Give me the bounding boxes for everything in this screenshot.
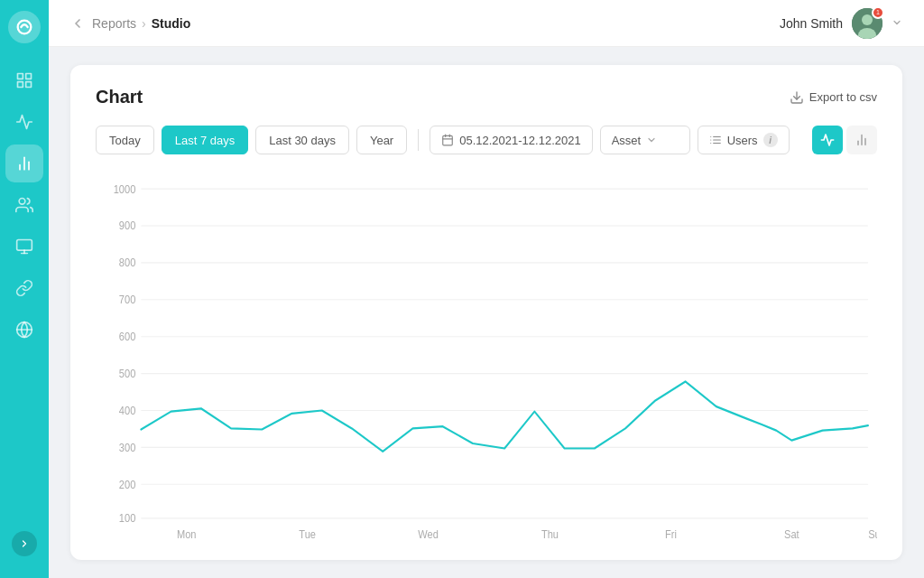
breadcrumb-separator: ›	[142, 16, 146, 31]
svg-point-15	[862, 14, 873, 25]
sidebar-item-reports[interactable]	[5, 144, 43, 182]
date-range-picker[interactable]: 05.12.2021-12.12.2021	[430, 126, 592, 154]
svg-rect-1	[18, 74, 23, 79]
chart-card: Chart Export to csv Today Last 7 days La…	[70, 65, 902, 560]
svg-text:500: 500	[119, 368, 136, 380]
svg-point-8	[19, 199, 25, 205]
svg-text:Thu: Thu	[541, 527, 559, 538]
svg-text:700: 700	[119, 294, 136, 306]
svg-rect-2	[26, 74, 32, 79]
back-button[interactable]	[70, 16, 85, 31]
breadcrumb: Reports › Studio	[92, 16, 190, 31]
breadcrumb-reports[interactable]: Reports	[92, 16, 136, 31]
breadcrumb-current: Studio	[152, 16, 191, 31]
filter-divider	[418, 129, 419, 151]
filter-last7[interactable]: Last 7 days	[162, 126, 249, 154]
svg-text:300: 300	[119, 441, 136, 453]
svg-point-0	[18, 21, 32, 34]
user-name: John Smith	[780, 16, 843, 31]
svg-text:Tue: Tue	[299, 527, 316, 538]
svg-rect-9	[17, 240, 32, 251]
date-range-value: 05.12.2021-12.12.2021	[459, 134, 580, 147]
sidebar-item-globe[interactable]	[5, 311, 43, 349]
content-area: Chart Export to csv Today Last 7 days La…	[49, 47, 924, 578]
sidebar-item-connections[interactable]	[5, 269, 43, 307]
notification-badge: 1	[872, 6, 884, 19]
main-area: Reports › Studio John Smith 1	[49, 0, 924, 578]
svg-text:Wed: Wed	[418, 527, 439, 538]
svg-text:200: 200	[119, 478, 136, 490]
app-logo	[8, 11, 41, 43]
users-info-icon[interactable]: i	[763, 133, 778, 147]
chart-type-buttons	[812, 126, 877, 154]
sidebar-expand-button[interactable]	[12, 531, 37, 556]
sidebar-item-analytics[interactable]	[5, 103, 43, 141]
sidebar-item-users[interactable]	[5, 186, 43, 224]
svg-text:Sun: Sun	[868, 527, 877, 538]
asset-label: Asset	[612, 134, 642, 147]
avatar-wrap: 1	[852, 8, 882, 39]
svg-text:800: 800	[119, 256, 136, 269]
svg-text:100: 100	[119, 512, 136, 525]
topbar: Reports › Studio John Smith 1	[49, 0, 924, 47]
svg-text:400: 400	[119, 404, 136, 416]
filter-last30[interactable]: Last 30 days	[255, 126, 349, 154]
svg-text:900: 900	[119, 219, 136, 232]
chart-type-line-button[interactable]	[812, 126, 843, 154]
user-menu[interactable]: John Smith 1	[780, 8, 902, 39]
svg-text:Fri: Fri	[665, 527, 677, 538]
filter-year[interactable]: Year	[356, 126, 407, 154]
chart-area: 1000 900 800 700 600 500 400 300 200 100…	[96, 169, 877, 538]
svg-rect-3	[26, 82, 32, 88]
svg-text:Mon: Mon	[177, 527, 197, 538]
sidebar-item-dashboard[interactable]	[5, 61, 43, 99]
card-title: Chart	[96, 87, 143, 107]
svg-rect-18	[443, 135, 453, 145]
sidebar	[0, 0, 49, 578]
svg-rect-4	[18, 82, 23, 88]
users-label: Users	[727, 134, 758, 147]
sidebar-item-display[interactable]	[5, 228, 43, 266]
users-filter[interactable]: Users i	[698, 126, 790, 154]
filters-row: Today Last 7 days Last 30 days Year 05.1…	[96, 126, 877, 154]
svg-text:Sat: Sat	[784, 527, 799, 538]
filter-today[interactable]: Today	[96, 126, 154, 154]
user-chevron-icon	[892, 16, 902, 31]
export-label: Export to csv	[809, 90, 877, 104]
export-csv-button[interactable]: Export to csv	[790, 90, 877, 105]
svg-text:1000: 1000	[114, 182, 136, 195]
chart-type-bar-button[interactable]	[846, 126, 877, 154]
asset-dropdown[interactable]: Asset	[600, 126, 690, 154]
card-header: Chart Export to csv	[96, 87, 877, 107]
chart-svg: 1000 900 800 700 600 500 400 300 200 100…	[96, 169, 877, 538]
svg-text:600: 600	[119, 331, 136, 343]
